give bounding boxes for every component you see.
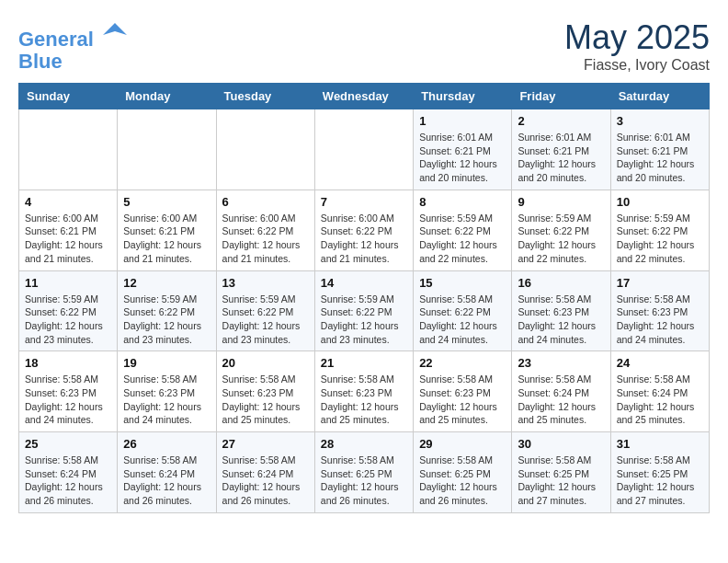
day-info: Sunrise: 5:58 AM Sunset: 6:23 PM Dayligh… [222,373,309,427]
day-number: 2 [518,114,604,128]
logo: General Blue [18,18,129,73]
day-number: 23 [518,356,604,370]
weekday-header-row: SundayMondayTuesdayWednesdayThursdayFrid… [19,84,710,109]
calendar-cell: 17Sunrise: 5:58 AM Sunset: 6:23 PM Dayli… [610,270,709,351]
weekday-header-monday: Monday [118,84,216,109]
day-number: 29 [419,437,506,451]
day-number: 21 [321,356,407,370]
day-number: 30 [518,437,604,451]
day-info: Sunrise: 5:58 AM Sunset: 6:24 PM Dayligh… [518,373,604,427]
day-info: Sunrise: 5:58 AM Sunset: 6:23 PM Dayligh… [617,293,703,347]
day-info: Sunrise: 5:58 AM Sunset: 6:23 PM Dayligh… [123,373,210,427]
day-number: 10 [617,195,703,209]
day-number: 13 [222,276,309,290]
calendar-cell: 20Sunrise: 5:58 AM Sunset: 6:23 PM Dayli… [216,351,314,432]
weekday-header-saturday: Saturday [610,84,709,109]
calendar-cell: 5Sunrise: 6:00 AM Sunset: 6:21 PM Daylig… [118,190,216,270]
calendar-cell: 7Sunrise: 6:00 AM Sunset: 6:22 PM Daylig… [314,190,413,270]
page-header: General Blue May 2025 Fiasse, Ivory Coas… [18,18,710,74]
day-info: Sunrise: 5:58 AM Sunset: 6:23 PM Dayligh… [25,373,111,427]
title-block: May 2025 Fiasse, Ivory Coast [564,18,710,74]
calendar-cell: 23Sunrise: 5:58 AM Sunset: 6:24 PM Dayli… [512,351,610,432]
day-info: Sunrise: 5:58 AM Sunset: 6:25 PM Dayligh… [518,454,604,508]
calendar-cell: 9Sunrise: 5:59 AM Sunset: 6:22 PM Daylig… [512,190,610,270]
calendar-cell [118,109,216,190]
weekday-header-sunday: Sunday [19,84,118,109]
calendar-cell: 6Sunrise: 6:00 AM Sunset: 6:22 PM Daylig… [216,190,314,270]
day-info: Sunrise: 5:58 AM Sunset: 6:25 PM Dayligh… [321,454,407,508]
day-info: Sunrise: 5:58 AM Sunset: 6:23 PM Dayligh… [321,373,407,427]
calendar-cell: 19Sunrise: 5:58 AM Sunset: 6:23 PM Dayli… [118,351,216,432]
calendar-cell: 27Sunrise: 5:58 AM Sunset: 6:24 PM Dayli… [216,432,314,513]
day-number: 5 [123,195,210,209]
calendar-cell: 11Sunrise: 5:59 AM Sunset: 6:22 PM Dayli… [19,270,118,351]
day-info: Sunrise: 5:58 AM Sunset: 6:23 PM Dayligh… [518,293,604,347]
day-number: 6 [222,195,309,209]
day-info: Sunrise: 6:01 AM Sunset: 6:21 PM Dayligh… [518,131,604,185]
day-number: 8 [419,195,506,209]
calendar-cell: 22Sunrise: 5:58 AM Sunset: 6:23 PM Dayli… [414,351,512,432]
day-number: 19 [123,356,210,370]
calendar-week-row: 25Sunrise: 5:58 AM Sunset: 6:24 PM Dayli… [19,432,710,513]
day-info: Sunrise: 5:59 AM Sunset: 6:22 PM Dayligh… [321,293,407,347]
calendar-cell: 2Sunrise: 6:01 AM Sunset: 6:21 PM Daylig… [512,109,610,190]
logo-text: General Blue [18,18,129,73]
day-info: Sunrise: 6:00 AM Sunset: 6:21 PM Dayligh… [123,212,210,266]
calendar-cell: 3Sunrise: 6:01 AM Sunset: 6:21 PM Daylig… [610,109,709,190]
calendar-cell: 10Sunrise: 5:59 AM Sunset: 6:22 PM Dayli… [610,190,709,270]
calendar-cell: 21Sunrise: 5:58 AM Sunset: 6:23 PM Dayli… [314,351,413,432]
day-info: Sunrise: 6:01 AM Sunset: 6:21 PM Dayligh… [617,131,703,185]
weekday-header-wednesday: Wednesday [314,84,413,109]
month-year: May 2025 [564,18,710,57]
calendar-cell: 18Sunrise: 5:58 AM Sunset: 6:23 PM Dayli… [19,351,118,432]
day-number: 3 [617,114,703,128]
logo-general: General [18,28,94,51]
calendar-cell: 28Sunrise: 5:58 AM Sunset: 6:25 PM Dayli… [314,432,413,513]
calendar-cell: 8Sunrise: 5:59 AM Sunset: 6:22 PM Daylig… [414,190,512,270]
calendar-cell: 25Sunrise: 5:58 AM Sunset: 6:24 PM Dayli… [19,432,118,513]
calendar-cell: 14Sunrise: 5:59 AM Sunset: 6:22 PM Dayli… [314,270,413,351]
svg-marker-0 [103,23,127,35]
calendar-cell: 29Sunrise: 5:58 AM Sunset: 6:25 PM Dayli… [414,432,512,513]
day-info: Sunrise: 6:00 AM Sunset: 6:22 PM Dayligh… [321,212,407,266]
day-number: 25 [25,437,111,451]
day-number: 4 [25,195,111,209]
calendar-cell [314,109,413,190]
location: Fiasse, Ivory Coast [564,57,710,74]
calendar-table: SundayMondayTuesdayWednesdayThursdayFrid… [18,83,710,513]
day-number: 9 [518,195,604,209]
calendar-cell: 12Sunrise: 5:59 AM Sunset: 6:22 PM Dayli… [118,270,216,351]
day-info: Sunrise: 5:59 AM Sunset: 6:22 PM Dayligh… [25,293,111,347]
calendar-cell [19,109,118,190]
weekday-header-friday: Friday [512,84,610,109]
day-info: Sunrise: 5:58 AM Sunset: 6:22 PM Dayligh… [419,293,506,347]
day-number: 17 [617,276,703,290]
calendar-cell: 24Sunrise: 5:58 AM Sunset: 6:24 PM Dayli… [610,351,709,432]
calendar-cell [216,109,314,190]
day-number: 16 [518,276,604,290]
calendar-cell: 31Sunrise: 5:58 AM Sunset: 6:25 PM Dayli… [610,432,709,513]
day-number: 14 [321,276,407,290]
day-number: 27 [222,437,309,451]
day-info: Sunrise: 5:58 AM Sunset: 6:25 PM Dayligh… [617,454,703,508]
day-number: 7 [321,195,407,209]
day-info: Sunrise: 5:59 AM Sunset: 6:22 PM Dayligh… [123,293,210,347]
day-number: 26 [123,437,210,451]
calendar-week-row: 11Sunrise: 5:59 AM Sunset: 6:22 PM Dayli… [19,270,710,351]
logo-blue: Blue [18,50,63,73]
day-info: Sunrise: 5:58 AM Sunset: 6:23 PM Dayligh… [419,373,506,427]
day-number: 28 [321,437,407,451]
day-info: Sunrise: 6:01 AM Sunset: 6:21 PM Dayligh… [419,131,506,185]
calendar-cell: 26Sunrise: 5:58 AM Sunset: 6:24 PM Dayli… [118,432,216,513]
day-number: 12 [123,276,210,290]
logo-bird-icon [101,18,129,46]
day-number: 11 [25,276,111,290]
day-number: 20 [222,356,309,370]
calendar-cell: 16Sunrise: 5:58 AM Sunset: 6:23 PM Dayli… [512,270,610,351]
day-info: Sunrise: 6:00 AM Sunset: 6:21 PM Dayligh… [25,212,111,266]
calendar-week-row: 4Sunrise: 6:00 AM Sunset: 6:21 PM Daylig… [19,190,710,270]
weekday-header-tuesday: Tuesday [216,84,314,109]
calendar-week-row: 18Sunrise: 5:58 AM Sunset: 6:23 PM Dayli… [19,351,710,432]
day-info: Sunrise: 5:59 AM Sunset: 6:22 PM Dayligh… [518,212,604,266]
day-info: Sunrise: 6:00 AM Sunset: 6:22 PM Dayligh… [222,212,309,266]
